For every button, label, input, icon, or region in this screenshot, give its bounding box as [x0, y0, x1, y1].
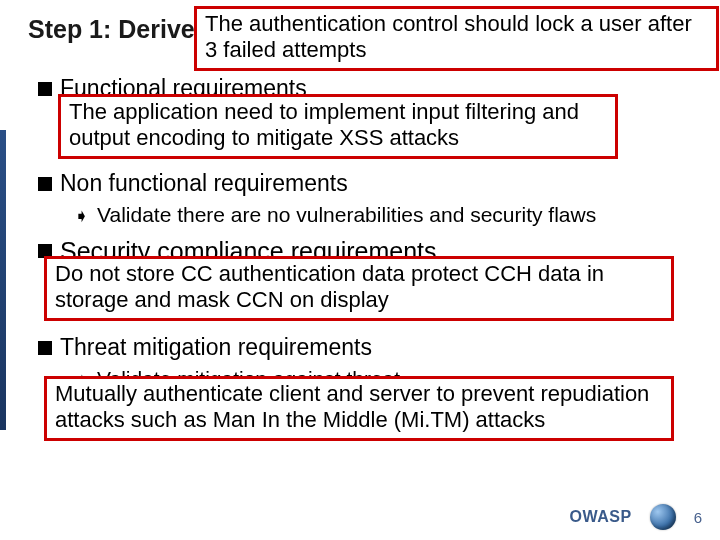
- item-text: Validate there are no vulnerabilities an…: [97, 203, 596, 227]
- section-heading: Non functional requirements: [60, 170, 348, 197]
- nonfunctional-item: ➧ Validate there are no vulnerabilities …: [74, 203, 692, 227]
- square-bullet-icon: [38, 341, 52, 355]
- square-bullet-icon: [38, 82, 52, 96]
- callout-box-cc-data: Do not store CC authentication data prot…: [44, 256, 674, 321]
- section-heading: Threat mitigation requirements: [60, 334, 372, 361]
- callout-text: The authentication control should lock a…: [205, 11, 692, 62]
- callout-text: Mutually authenticate client and server …: [55, 381, 649, 432]
- decorative-side-strip: [0, 130, 6, 430]
- section-nonfunctional: Non functional requirements: [38, 170, 692, 197]
- square-bullet-icon: [38, 177, 52, 191]
- callout-text: The application need to implement input …: [69, 99, 579, 150]
- callout-box-mitm: Mutually authenticate client and server …: [44, 376, 674, 441]
- callout-box-auth-lock: The authentication control should lock a…: [194, 6, 719, 71]
- footer: OWASP 6: [570, 504, 702, 530]
- callout-box-xss: The application need to implement input …: [58, 94, 618, 159]
- globe-icon: [650, 504, 676, 530]
- arrow-bullet-icon: ➧: [74, 205, 89, 227]
- slide-number: 6: [694, 509, 702, 526]
- slide: Step 1: Derive Functional requirements N…: [0, 0, 720, 540]
- org-label: OWASP: [570, 508, 632, 526]
- section-threat: Threat mitigation requirements: [38, 334, 692, 361]
- callout-text: Do not store CC authentication data prot…: [55, 261, 604, 312]
